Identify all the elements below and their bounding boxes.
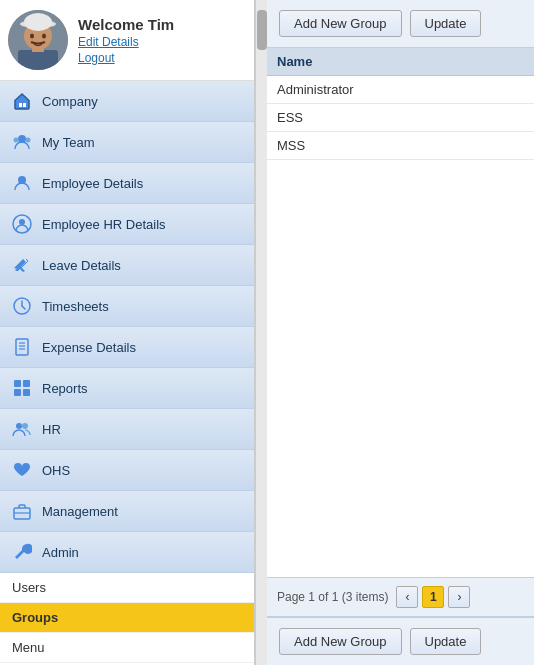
- svg-rect-1: [18, 50, 58, 70]
- svg-rect-19: [16, 339, 28, 355]
- people-icon: [10, 417, 34, 441]
- svg-point-28: [22, 423, 28, 429]
- svg-point-7: [42, 34, 46, 39]
- menu-link[interactable]: Menu: [0, 633, 254, 663]
- sidebar: Welcome Tim Edit Details Logout Company: [0, 0, 255, 665]
- sidebar-item-leave-details[interactable]: Leave Details: [0, 245, 254, 286]
- sidebar-item-admin[interactable]: Admin: [0, 532, 254, 573]
- person-icon: [10, 171, 34, 195]
- pagination-text: Page 1 of 1 (3 items): [277, 590, 388, 604]
- svg-point-15: [19, 219, 25, 225]
- bottom-links: Users Groups Menu News Updates: [0, 573, 254, 665]
- sidebar-item-label: Company: [42, 94, 244, 109]
- svg-point-12: [26, 138, 31, 143]
- sidebar-scrollbar[interactable]: [255, 0, 267, 665]
- groups-table: Name Administrator ESS MSS: [267, 48, 534, 577]
- sidebar-item-my-team[interactable]: My Team: [0, 122, 254, 163]
- main-content: Add New Group Update Name Administrator …: [267, 0, 534, 665]
- table-row[interactable]: MSS: [267, 132, 534, 160]
- user-profile: Welcome Tim Edit Details Logout: [0, 0, 254, 81]
- sidebar-item-label: My Team: [42, 135, 244, 150]
- sidebar-item-label: Admin: [42, 545, 244, 560]
- app-container: Welcome Tim Edit Details Logout Company: [0, 0, 534, 665]
- bottom-toolbar: Add New Group Update: [267, 617, 534, 665]
- edit-details-link[interactable]: Edit Details: [78, 35, 174, 49]
- svg-rect-26: [23, 389, 30, 396]
- team-icon: [10, 130, 34, 154]
- sidebar-item-employee-details[interactable]: Employee Details: [0, 163, 254, 204]
- sidebar-item-ohs[interactable]: OHS: [0, 450, 254, 491]
- svg-rect-8: [19, 103, 22, 107]
- groups-link[interactable]: Groups: [0, 603, 254, 633]
- sidebar-item-label: HR: [42, 422, 244, 437]
- plane-icon: [10, 253, 34, 277]
- sidebar-item-label: Employee Details: [42, 176, 244, 191]
- update-button-bottom[interactable]: Update: [410, 628, 482, 655]
- sidebar-item-employee-hr[interactable]: Employee HR Details: [0, 204, 254, 245]
- heart-icon: [10, 458, 34, 482]
- grid-icon: [10, 376, 34, 400]
- pagination: Page 1 of 1 (3 items) ‹ 1 ›: [267, 577, 534, 617]
- svg-point-6: [30, 34, 34, 39]
- home-icon: [10, 89, 34, 113]
- scroll-thumb: [257, 10, 267, 50]
- users-link[interactable]: Users: [0, 573, 254, 603]
- top-toolbar: Add New Group Update: [267, 0, 534, 48]
- svg-rect-9: [23, 103, 26, 107]
- sidebar-item-label: Expense Details: [42, 340, 244, 355]
- sidebar-item-expense-details[interactable]: Expense Details: [0, 327, 254, 368]
- nav-menu: Company My Team: [0, 81, 254, 573]
- sidebar-item-management[interactable]: Management: [0, 491, 254, 532]
- current-page-button[interactable]: 1: [422, 586, 444, 608]
- clock-icon: [10, 294, 34, 318]
- prev-page-button[interactable]: ‹: [396, 586, 418, 608]
- sidebar-item-label: Employee HR Details: [42, 217, 244, 232]
- sidebar-item-hr[interactable]: HR: [0, 409, 254, 450]
- sidebar-item-timesheets[interactable]: Timesheets: [0, 286, 254, 327]
- person-circle-icon: [10, 212, 34, 236]
- table-header-name: Name: [267, 48, 534, 76]
- avatar: [8, 10, 68, 70]
- sidebar-item-reports[interactable]: Reports: [0, 368, 254, 409]
- user-name: Welcome Tim: [78, 16, 174, 33]
- wrench-icon: [10, 540, 34, 564]
- add-new-group-button-bottom[interactable]: Add New Group: [279, 628, 402, 655]
- sidebar-item-label: Reports: [42, 381, 244, 396]
- update-button-top[interactable]: Update: [410, 10, 482, 37]
- sidebar-item-label: OHS: [42, 463, 244, 478]
- svg-point-11: [14, 138, 19, 143]
- receipt-icon: [10, 335, 34, 359]
- svg-rect-25: [14, 389, 21, 396]
- sidebar-item-company[interactable]: Company: [0, 81, 254, 122]
- logout-link[interactable]: Logout: [78, 51, 174, 65]
- sidebar-item-label: Leave Details: [42, 258, 244, 273]
- sidebar-item-label: Timesheets: [42, 299, 244, 314]
- next-page-button[interactable]: ›: [448, 586, 470, 608]
- sidebar-item-label: Management: [42, 504, 244, 519]
- table-row[interactable]: ESS: [267, 104, 534, 132]
- svg-rect-23: [14, 380, 21, 387]
- svg-point-27: [16, 423, 22, 429]
- svg-line-18: [22, 306, 25, 309]
- table-row[interactable]: Administrator: [267, 76, 534, 104]
- user-info: Welcome Tim Edit Details Logout: [78, 16, 174, 65]
- svg-rect-24: [23, 380, 30, 387]
- briefcase-icon: [10, 499, 34, 523]
- add-new-group-button[interactable]: Add New Group: [279, 10, 402, 37]
- svg-point-5: [24, 13, 52, 31]
